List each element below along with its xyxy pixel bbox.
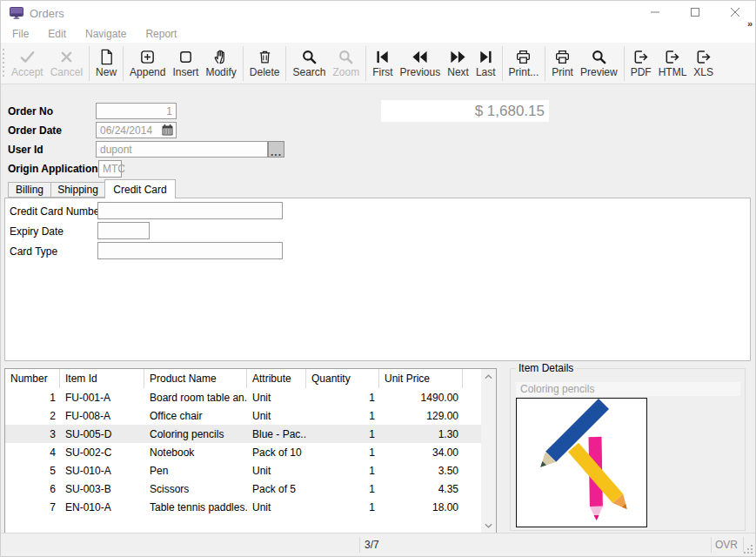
grid-column-header-quantity[interactable]: Quantity — [306, 369, 379, 388]
toolbar-overflow-chevron-icon[interactable]: » — [747, 18, 753, 29]
scroll-up-button[interactable] — [481, 369, 496, 384]
monitor-icon — [10, 7, 23, 19]
user-id-field[interactable]: dupont — [96, 141, 268, 158]
scroll-down-button[interactable] — [481, 518, 496, 533]
menu-report[interactable]: Report — [136, 25, 186, 43]
nav-prev-icon — [411, 49, 428, 65]
toolbar-button-label: Insert — [172, 66, 198, 78]
grid-cell-item-id: SU-010-A — [60, 465, 144, 477]
toolbar-accept-button[interactable]: Accept — [8, 44, 47, 83]
grid-row-6[interactable]: 6SU-003-BScissorsPack of 514.35 — [5, 480, 481, 498]
grid-column-header-item-id[interactable]: Item Id — [60, 369, 144, 388]
toolbar-print-dialog-button[interactable]: Print... — [505, 44, 543, 83]
new-page-icon — [98, 49, 115, 65]
resize-grip-icon[interactable] — [744, 545, 753, 554]
toolbar-separator — [89, 46, 90, 81]
toolbar-next-button[interactable]: Next — [444, 44, 472, 83]
origin-application-field[interactable]: MTC — [98, 160, 122, 178]
order-date-field[interactable]: 06/24/2014 — [96, 122, 177, 138]
toolbar-button-label: Append — [130, 66, 165, 78]
grid-row-3[interactable]: 3SU-005-DColoring pencilsBlue - Pac...11… — [5, 425, 481, 443]
toolbar-separator — [502, 46, 503, 81]
tab-billing[interactable]: Billing — [8, 182, 51, 198]
order-total-display: $ 1,680.15 — [381, 100, 549, 122]
toolbar-preview-button[interactable]: Preview — [577, 44, 621, 83]
toolbar-new-button[interactable]: New — [92, 44, 120, 83]
toolbar-button-label: New — [96, 66, 117, 78]
toolbar-html-button[interactable]: HTML — [655, 44, 691, 83]
grid-cell-item-id: EN-010-A — [60, 501, 144, 513]
toolbar-first-button[interactable]: First — [369, 44, 396, 83]
toolbar-pdf-button[interactable]: PDF — [627, 44, 655, 83]
toolbar-previous-button[interactable]: Previous — [397, 44, 445, 83]
toolbar-button-label: Previous — [400, 66, 441, 78]
maximize-button[interactable] — [675, 1, 715, 25]
grid-cell-product-name: Scissors — [144, 483, 247, 495]
printer-icon — [554, 49, 571, 65]
order-no-field[interactable]: 1 — [96, 103, 177, 119]
grid-row-5[interactable]: 5SU-010-APenUnit13.50 — [5, 461, 481, 480]
toolbar-cancel-button[interactable]: Cancel — [47, 44, 86, 83]
grid-row-1[interactable]: 1FU-001-ABoard room table an...Unit11490… — [5, 388, 481, 406]
grid-cell-quantity: 1 — [306, 428, 379, 440]
calendar-button[interactable] — [161, 124, 174, 137]
grid-cell-unit-price: 4.35 — [379, 483, 463, 495]
grid-cell-quantity: 1 — [306, 392, 379, 404]
grid-row-2[interactable]: 2FU-008-AOffice chairUnit1129.00 — [5, 406, 481, 425]
menu-edit[interactable]: Edit — [38, 25, 76, 43]
menu-file[interactable]: File — [3, 25, 38, 43]
toolbar-last-button[interactable]: Last — [472, 44, 499, 83]
order-total-value: $ 1,680.15 — [475, 103, 545, 120]
grid-scrollbar[interactable] — [481, 369, 496, 533]
grid-cell-unit-price: 1.30 — [379, 428, 463, 440]
toolbar-append-button[interactable]: Append — [126, 44, 169, 83]
product-image-frame — [516, 398, 647, 527]
minimize-button[interactable] — [635, 1, 675, 25]
toolbar: AcceptCancelNewAppendInsertModifyDeleteS… — [1, 43, 755, 84]
tab-credit-card[interactable]: Credit Card — [104, 179, 176, 198]
grid-cell-quantity: 1 — [306, 410, 379, 422]
grid-cell-attribute: Pack of 10 — [247, 446, 306, 459]
status-divider — [711, 537, 712, 553]
credit-card-number-input[interactable] — [97, 202, 283, 219]
expiry-date-input[interactable] — [97, 222, 150, 239]
item-details-product-name: Coloring pencils — [516, 382, 740, 396]
calendar-icon — [162, 124, 173, 136]
grid-cell-number: 3 — [5, 428, 60, 440]
grid-column-header-product-name[interactable]: Product Name — [144, 369, 247, 388]
grid-column-header-attribute[interactable]: Attribute — [247, 369, 306, 388]
menu-navigate[interactable]: Navigate — [76, 25, 136, 43]
trash-icon — [257, 49, 273, 65]
status-divider — [359, 537, 360, 553]
magnifier-icon — [591, 49, 607, 65]
grid-row-7[interactable]: 7EN-010-ATable tennis paddles...Unit118.… — [5, 498, 481, 516]
grid-cell-attribute: Pack of 5 — [247, 483, 306, 495]
toolbar-modify-button[interactable]: Modify — [202, 44, 239, 83]
toolbar-zoom-button[interactable]: Zoom — [330, 44, 364, 83]
toolbar-search-button[interactable]: Search — [289, 44, 329, 83]
grid-cell-item-id: SU-003-B — [60, 483, 144, 495]
expiry-date-label: Expiry Date — [10, 225, 64, 238]
ellipsis-icon: ... — [271, 148, 282, 157]
grid-cell-number: 6 — [5, 483, 60, 495]
toolbar-print-button[interactable]: Print — [548, 44, 577, 83]
toolbar-insert-button[interactable]: Insert — [169, 44, 202, 83]
tab-shipping[interactable]: Shipping — [50, 182, 105, 198]
toolbar-button-label: Search — [292, 66, 325, 78]
grid-cell-product-name: Coloring pencils — [144, 428, 247, 440]
maximize-icon — [691, 7, 699, 19]
grid-cell-quantity: 1 — [306, 483, 379, 495]
toolbar-grip-handle[interactable] — [3, 49, 4, 77]
toolbar-xls-button[interactable]: XLS — [690, 44, 717, 83]
toolbar-separator — [243, 46, 244, 81]
card-type-input[interactable] — [97, 242, 283, 259]
user-id-value: dupont — [100, 144, 132, 156]
grid-row-4[interactable]: 4SU-002-CNotebookPack of 10134.00 — [5, 443, 481, 461]
grid-cell-unit-price: 18.00 — [379, 501, 463, 513]
window-title: Orders — [30, 7, 64, 20]
grid-cell-attribute: Unit — [247, 392, 306, 404]
toolbar-delete-button[interactable]: Delete — [246, 44, 284, 83]
grid-column-header-unit-price[interactable]: Unit Price — [379, 369, 463, 388]
grid-column-header-number[interactable]: Number — [5, 369, 60, 388]
user-id-browse-button[interactable]: ... — [268, 141, 284, 158]
